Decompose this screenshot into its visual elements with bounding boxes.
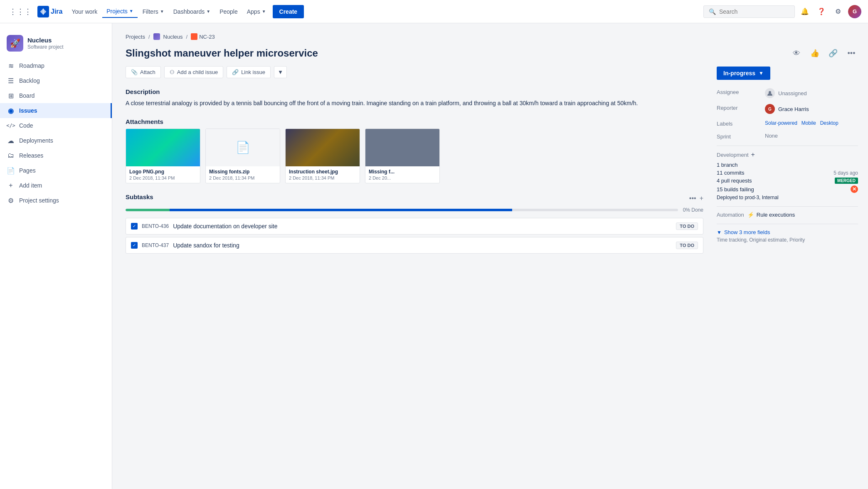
attachment-card-2[interactable]: 📄 Missing fonts.zip 2 Dec 2018, 11:34 PM bbox=[205, 128, 280, 183]
subtasks-add-button[interactable]: + bbox=[700, 195, 703, 202]
automation-value[interactable]: ⚡ Rule executions bbox=[747, 212, 795, 218]
sprint-label: Sprint bbox=[717, 133, 758, 140]
sidebar-item-backlog[interactable]: ☰ Backlog bbox=[0, 73, 112, 88]
more-actions-button[interactable]: ▼ bbox=[274, 66, 287, 78]
deploy-value: prod-3, Internal bbox=[745, 195, 778, 200]
error-badge: ✕ bbox=[851, 185, 858, 193]
top-right-actions: 👁 👍 🔗 ••• bbox=[717, 47, 858, 60]
sidebar-item-board[interactable]: ⊞ Board bbox=[0, 88, 112, 103]
jira-logo[interactable]: Jira bbox=[37, 6, 62, 17]
subtask-item-2[interactable]: ✓ BENTO-437 Update sandox for testing TO… bbox=[126, 237, 703, 254]
link-issue-button[interactable]: 🔗 Link issue bbox=[227, 66, 271, 78]
grid-icon[interactable]: ⋮⋮⋮ bbox=[7, 5, 34, 19]
breadcrumb-sep-1: / bbox=[148, 34, 150, 40]
label-mobile[interactable]: Mobile bbox=[801, 120, 816, 126]
subtask-id-2: BENTO-437 bbox=[142, 242, 169, 248]
watch-button[interactable]: 👁 bbox=[790, 47, 803, 60]
status-button[interactable]: In-progress ▼ bbox=[717, 67, 770, 80]
subtask-status-1: TO DO bbox=[676, 222, 698, 230]
add-child-issue-button[interactable]: ⚇ Add a child issue bbox=[164, 66, 223, 78]
sidebar-item-issues[interactable]: ◉ Issues bbox=[0, 103, 112, 118]
attachment-date-1: 2 Dec 2018, 11:34 PM bbox=[129, 175, 197, 180]
sidebar-item-releases[interactable]: 🗂 Releases bbox=[0, 148, 112, 163]
subtask-item-1[interactable]: ✓ BENTO-436 Update documentation on deve… bbox=[126, 218, 703, 235]
automation-rule-label: Rule executions bbox=[757, 212, 795, 218]
subtasks-more-button[interactable]: ••• bbox=[689, 195, 696, 202]
more-options-button[interactable]: ••• bbox=[845, 47, 858, 60]
attachment-card-4[interactable]: Missing f... 2 Dec 20... bbox=[365, 128, 440, 183]
divider-3 bbox=[717, 224, 858, 224]
add-item-icon: + bbox=[7, 181, 15, 190]
sidebar-item-code[interactable]: </> Code bbox=[0, 118, 112, 133]
description-title: Description bbox=[126, 88, 703, 95]
attach-button[interactable]: 📎 Attach bbox=[126, 66, 161, 78]
dev-commits-row: 11 commits 5 days ago bbox=[717, 170, 858, 176]
main-content: Projects / Nucleus / NC-23 Slingshot man… bbox=[112, 23, 868, 489]
reporter-label: Reporter bbox=[717, 104, 758, 111]
sidebar: 🚀 Nucleus Software project ≋ Roadmap ☰ B… bbox=[0, 23, 112, 489]
subtask-checkbox-1[interactable]: ✓ bbox=[131, 223, 138, 230]
development-add-button[interactable]: + bbox=[751, 151, 755, 158]
automation-section: Automation ⚡ Rule executions bbox=[717, 212, 858, 218]
more-fields-subtitle: Time tracking, Original estimate, Priori… bbox=[717, 237, 858, 243]
sidebar-item-pages[interactable]: 📄 Pages bbox=[0, 163, 112, 178]
attachment-name-1: Logo PNG.png bbox=[129, 169, 197, 175]
sidebar-label-pages: Pages bbox=[19, 167, 36, 174]
attachment-thumb-4 bbox=[365, 129, 439, 166]
sidebar-item-project-settings[interactable]: ⚙ Project settings bbox=[0, 193, 112, 208]
nav-dashboards[interactable]: Dashboards ▼ bbox=[169, 6, 215, 17]
subtasks-section: Subtasks ••• + 0% Done bbox=[126, 193, 703, 254]
progress-bar-container: 0% Done bbox=[126, 207, 703, 213]
breadcrumb-projects[interactable]: Projects bbox=[126, 34, 145, 40]
attach-icon: 📎 bbox=[131, 69, 138, 75]
breadcrumb: Projects / Nucleus / NC-23 bbox=[126, 33, 858, 40]
sidebar-item-add-item[interactable]: + Add item bbox=[0, 178, 112, 193]
project-icon: 🚀 bbox=[7, 35, 23, 52]
progress-bar bbox=[126, 209, 678, 211]
help-button[interactable]: ❓ bbox=[815, 5, 828, 18]
breadcrumb-nucleus[interactable]: Nucleus bbox=[163, 34, 183, 40]
like-button[interactable]: 👍 bbox=[808, 47, 821, 60]
issues-icon: ◉ bbox=[7, 106, 15, 115]
user-avatar[interactable]: G bbox=[848, 5, 861, 18]
subtask-checkbox-2[interactable]: ✓ bbox=[131, 242, 138, 249]
create-button[interactable]: Create bbox=[273, 5, 304, 18]
progress-text: 0% Done bbox=[683, 207, 703, 213]
top-navigation: ⋮⋮⋮ Jira Your work Projects ▼ Filters ▼ … bbox=[0, 0, 868, 23]
settings-button[interactable]: ⚙ bbox=[831, 5, 845, 18]
sprint-value[interactable]: None bbox=[765, 133, 858, 139]
sidebar-item-roadmap[interactable]: ≋ Roadmap bbox=[0, 58, 112, 73]
nav-projects[interactable]: Projects ▼ bbox=[102, 5, 137, 18]
deploy-info: Deployed to prod-3, Internal bbox=[717, 195, 858, 200]
sidebar-label-deployments: Deployments bbox=[19, 137, 53, 144]
notifications-button[interactable]: 🔔 bbox=[798, 5, 811, 18]
releases-icon: 🗂 bbox=[7, 151, 15, 160]
pages-icon: 📄 bbox=[7, 166, 15, 175]
nav-filters[interactable]: Filters ▼ bbox=[138, 6, 168, 17]
labels-value: Solar-powered Mobile Desktop bbox=[765, 120, 858, 126]
sidebar-label-add-item: Add item bbox=[19, 182, 42, 189]
attachment-card-3[interactable]: Instruction sheet.jpg 2 Dec 2018, 11:34 … bbox=[285, 128, 360, 183]
development-section: Development + 1 branch 11 commits 5 days… bbox=[717, 151, 858, 200]
search-input[interactable] bbox=[719, 8, 789, 15]
search-bar[interactable]: 🔍 bbox=[703, 5, 795, 18]
nav-your-work[interactable]: Your work bbox=[67, 6, 101, 17]
label-solar-powered[interactable]: Solar-powered bbox=[765, 120, 797, 126]
reporter-value[interactable]: G Grace Harris bbox=[765, 104, 858, 114]
dev-commits-label: 11 commits bbox=[717, 170, 744, 176]
subtasks-header: Subtasks ••• + bbox=[126, 193, 703, 204]
assignee-value[interactable]: Unassigned bbox=[765, 88, 858, 98]
sidebar-item-deployments[interactable]: ☁ Deployments bbox=[0, 133, 112, 148]
label-desktop[interactable]: Desktop bbox=[820, 120, 838, 126]
dev-builds-row: 15 builds failing ✕ bbox=[717, 185, 858, 193]
show-more-fields-button[interactable]: ▼ Show 3 more fields bbox=[717, 229, 858, 235]
divider-2 bbox=[717, 206, 858, 207]
board-icon: ⊞ bbox=[7, 91, 15, 100]
share-button[interactable]: 🔗 bbox=[826, 47, 840, 60]
nav-apps[interactable]: Apps ▼ bbox=[243, 6, 270, 17]
attachment-card-1[interactable]: Logo PNG.png 2 Dec 2018, 11:34 PM bbox=[126, 128, 200, 183]
roadmap-icon: ≋ bbox=[7, 62, 15, 70]
sidebar-label-roadmap: Roadmap bbox=[19, 62, 44, 69]
breadcrumb-nc23[interactable]: NC-23 bbox=[199, 34, 215, 40]
nav-people[interactable]: People bbox=[215, 6, 242, 17]
